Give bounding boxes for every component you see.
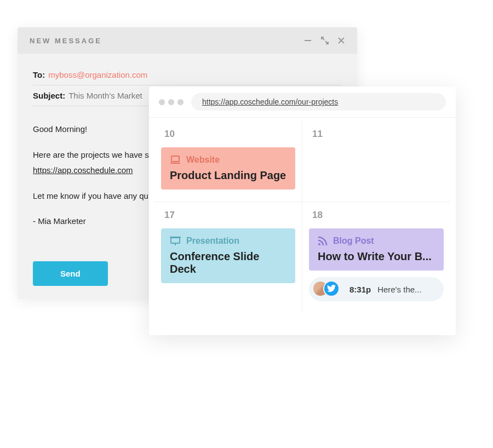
to-value: myboss@organization.com xyxy=(48,70,147,79)
calendar-date: 11 xyxy=(309,129,444,140)
expand-icon[interactable] xyxy=(321,36,329,45)
svg-point-5 xyxy=(318,243,320,245)
calendar-grid: 10 Website Product Landing Page 11 17 xyxy=(149,118,456,335)
email-header: NEW MESSAGE xyxy=(18,27,357,54)
to-label: To: xyxy=(33,70,45,79)
social-event[interactable]: 8:31p Here's the... xyxy=(309,277,444,301)
calendar-date: 17 xyxy=(161,210,295,221)
browser-window: https://app.coschedule.com/our-projects … xyxy=(149,87,456,335)
body-link[interactable]: https://app.coschedule.com xyxy=(33,165,133,175)
project-card-website[interactable]: Website Product Landing Page xyxy=(161,147,295,189)
calendar-date: 18 xyxy=(309,210,444,221)
event-time: 8:31p xyxy=(349,285,371,294)
calendar-date: 10 xyxy=(161,129,295,140)
close-icon[interactable] xyxy=(337,36,345,45)
card-title: Product Landing Page xyxy=(170,169,286,182)
project-card-blog[interactable]: Blog Post How to Write Your B... xyxy=(309,228,444,271)
window-controls xyxy=(303,36,345,45)
card-type-label: Presentation xyxy=(186,236,239,246)
calendar-cell[interactable]: 11 xyxy=(302,121,450,202)
calendar-cell[interactable]: 17 Presentation Conference Slide Deck xyxy=(154,202,302,313)
twitter-icon xyxy=(323,280,340,297)
svg-rect-2 xyxy=(171,238,180,243)
avatar-stack xyxy=(312,280,343,298)
traffic-light-icon[interactable] xyxy=(168,99,174,105)
traffic-light-icon[interactable] xyxy=(159,99,165,105)
traffic-light-icon[interactable] xyxy=(177,99,184,105)
card-title: Conference Slide Deck xyxy=(170,250,286,275)
to-field[interactable]: To: myboss@organization.com xyxy=(33,65,342,85)
card-type-label: Blog Post xyxy=(333,236,374,246)
project-card-presentation[interactable]: Presentation Conference Slide Deck xyxy=(161,228,295,283)
svg-rect-1 xyxy=(171,156,179,162)
card-type-label: Website xyxy=(186,155,220,165)
rss-icon xyxy=(318,236,328,246)
traffic-lights xyxy=(159,99,184,105)
card-title: How to Write Your B... xyxy=(318,250,435,263)
calendar-cell[interactable]: 18 Blog Post How to Write Your B... xyxy=(302,202,450,313)
url-bar[interactable]: https://app.coschedule.com/our-projects xyxy=(191,93,446,111)
minimize-icon[interactable] xyxy=(303,36,312,45)
laptop-icon xyxy=(170,156,181,164)
subject-value: This Month's Market xyxy=(68,91,142,100)
subject-label: Subject: xyxy=(33,91,65,100)
event-text: Here's the... xyxy=(377,285,436,294)
calendar-cell[interactable]: 10 Website Product Landing Page xyxy=(154,121,302,202)
email-window-title: NEW MESSAGE xyxy=(30,37,102,45)
send-button[interactable]: Send xyxy=(33,261,108,286)
presentation-icon xyxy=(170,237,181,245)
browser-chrome: https://app.coschedule.com/our-projects xyxy=(149,87,456,118)
